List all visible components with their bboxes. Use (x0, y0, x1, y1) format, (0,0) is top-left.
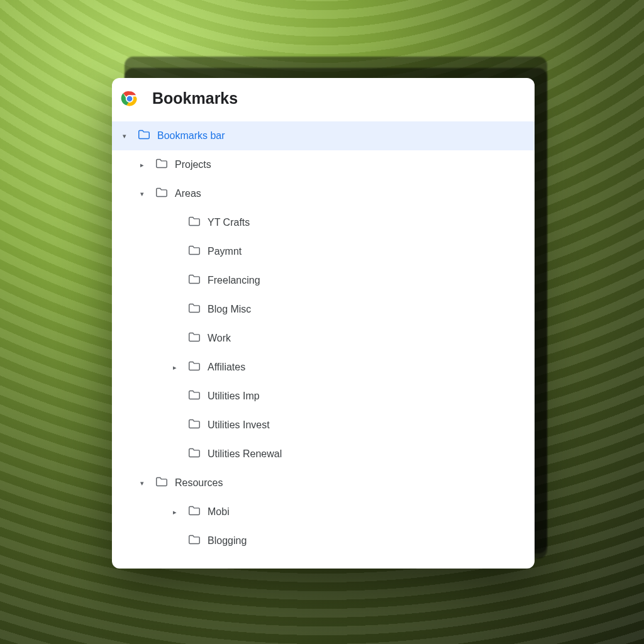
chevron-down-icon[interactable]: ▾ (118, 132, 131, 140)
tree-item[interactable]: ▸Mobi (112, 497, 535, 526)
folder-icon (187, 272, 201, 289)
tree-item-label: Areas (175, 188, 201, 199)
tree-item[interactable]: Blogging (112, 526, 535, 555)
folder-icon (155, 475, 169, 491)
tree-item-label: Freelancing (208, 275, 260, 286)
folder-icon (187, 533, 201, 549)
tree-item-label: Resources (175, 477, 223, 489)
panel-title: Bookmarks (152, 89, 238, 108)
folder-icon (187, 446, 201, 462)
chevron-down-icon[interactable]: ▾ (136, 479, 148, 487)
folder-icon (187, 388, 201, 404)
tree-item-label: Mobi (208, 506, 230, 518)
chevron-right-icon[interactable]: ▸ (136, 161, 148, 169)
folder-icon (155, 186, 169, 202)
tree-item-label: Paymnt (208, 246, 242, 257)
folder-icon (187, 330, 201, 347)
chevron-down-icon[interactable]: ▾ (136, 190, 148, 198)
chrome-icon (121, 90, 138, 108)
tree-item[interactable]: Blog Misc (112, 295, 535, 324)
tree-item[interactable]: Paymnt (112, 237, 535, 266)
tree-item-label: Utilities Renewal (208, 448, 282, 460)
tree-item[interactable]: YT Crafts (112, 208, 535, 237)
tree-item[interactable]: ▾Resources (112, 469, 535, 497)
tree-item-label: Affiliates (208, 362, 245, 373)
tree-item-label: Bookmarks bar (157, 130, 225, 142)
folder-icon (187, 301, 201, 318)
folder-icon (187, 504, 201, 520)
tree-item[interactable]: Utilities Invest (112, 411, 535, 440)
tree-item-label: Blogging (208, 535, 247, 547)
bookmark-tree: ▾Bookmarks bar▸Projects▾AreasYT CraftsPa… (112, 119, 535, 568)
tree-item[interactable]: Utilities Renewal (112, 440, 535, 469)
tree-item[interactable]: ▸Projects (112, 150, 535, 179)
panel-header: Bookmarks (112, 78, 535, 119)
tree-item-label: YT Crafts (208, 217, 250, 228)
tree-item-label: Utilities Invest (208, 419, 270, 431)
tree-item-label: Projects (175, 159, 211, 170)
tree-item-label: Work (208, 333, 231, 344)
tree-item[interactable]: Utilities Imp (112, 382, 535, 411)
tree-item[interactable]: Freelancing (112, 266, 535, 295)
tree-item-label: Blog Misc (208, 304, 251, 315)
folder-icon (187, 417, 201, 433)
folder-icon (155, 157, 169, 173)
bookmarks-panel: Bookmarks ▾Bookmarks bar▸Projects▾AreasY… (112, 78, 535, 569)
folder-icon (187, 214, 201, 231)
folder-icon (187, 243, 201, 260)
tree-item[interactable]: ▾Bookmarks bar (112, 121, 535, 150)
folder-icon (137, 128, 151, 144)
chevron-right-icon[interactable]: ▸ (169, 364, 181, 372)
folder-icon (187, 359, 201, 375)
chevron-right-icon[interactable]: ▸ (169, 508, 181, 516)
tree-item[interactable]: ▾Areas (112, 179, 535, 208)
tree-item-label: Utilities Imp (208, 391, 260, 402)
tree-item[interactable]: ▸Affiliates (112, 353, 535, 382)
tree-item[interactable]: Work (112, 324, 535, 353)
